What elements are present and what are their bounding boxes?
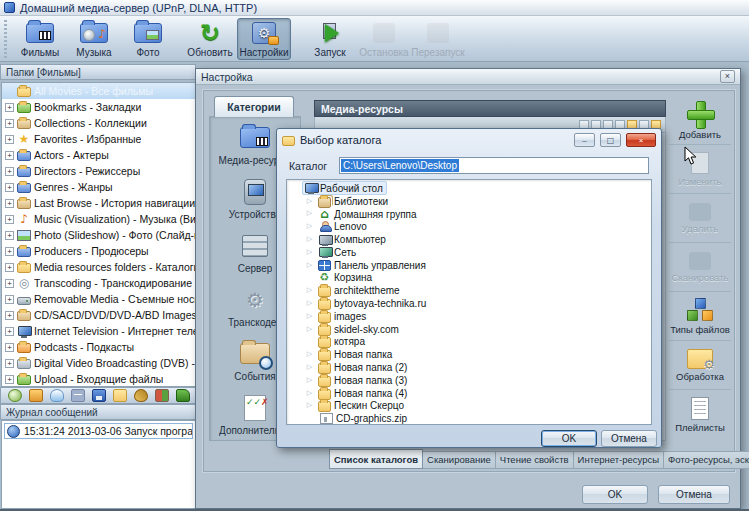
expand-icon[interactable] [5,343,14,352]
expand-icon[interactable] [5,103,14,112]
expand-icon[interactable] [305,261,314,270]
pal-format-icon[interactable] [71,389,85,402]
expand-icon[interactable] [305,299,314,308]
toolbar-button-settings[interactable]: ⚙ Настройки [237,18,291,60]
expand-icon[interactable] [305,209,314,218]
folders-tree-item[interactable]: Directors - Режиссеры [2,163,195,179]
expand-icon[interactable] [5,375,14,384]
folders-tree-item[interactable]: Podcasts - Подкасты [2,339,195,355]
processing-button[interactable]: ⚙ Обработка [669,341,731,390]
expand-icon[interactable] [5,119,14,128]
refresh-tree-icon[interactable] [176,389,190,402]
toolbar-button-films[interactable]: Фильмы [13,18,67,60]
folders-tree-item[interactable]: Last Browse - История навигации [2,195,195,211]
expand-icon[interactable] [305,312,314,321]
folders-tree-item[interactable]: Producers - Продюсеры [2,243,195,259]
expand-icon[interactable] [305,376,314,385]
expand-icon[interactable] [5,327,14,336]
folder-tree-item[interactable]: Компьютер [287,233,651,246]
expand-icon[interactable] [5,263,14,272]
folders-tree-item[interactable]: Upload - Входящие файлы [2,371,195,387]
close-icon[interactable]: × [720,70,735,83]
expand-icon[interactable] [305,363,314,372]
close-icon[interactable]: × [626,133,656,147]
settings-tab[interactable]: Список каталогов [329,449,423,469]
theme-colors-icon[interactable] [155,389,169,402]
item-icon [17,326,31,338]
folders-tree-item[interactable]: CD/SACD/DVD/DVD-A/BD Images (ISO) - Обра [2,307,195,323]
folder-tree-item[interactable]: CD-graphics.zip [287,412,651,425]
folder-tree-item[interactable]: Панель управления [287,259,651,272]
folders-tree-item[interactable]: Transcoding - Транскодирование [2,275,195,291]
folder-cancel-button[interactable]: Отмена [601,430,657,447]
expand-icon[interactable] [5,151,14,160]
folder-tree-item[interactable]: Пескин Скерцо [287,400,651,413]
folder-ok-button[interactable]: OK [541,430,597,447]
settings-titlebar: Настройка × [196,69,740,85]
folders-tree-item[interactable]: Favorites - Избранные [2,131,195,147]
approve-icon[interactable] [8,389,22,402]
expand-icon[interactable] [5,247,14,256]
expand-icon[interactable] [305,235,314,244]
import-folder-icon[interactable] [113,389,127,402]
folders-tree-item[interactable]: Genres - Жанры [2,179,195,195]
path-input[interactable]: C:\Users\Lenovo\Desktop [339,157,649,174]
expand-icon[interactable] [5,311,14,320]
settings-tab[interactable]: Чтение свойств [496,451,574,469]
folder-dialog-titlebar: Выбор каталога – □ × [277,129,661,151]
settings-tab[interactable]: Фото-ресурсы, эскизы [664,451,749,469]
folders-tree-item[interactable]: Music (Visualization) - Музыка (Визуализ… [2,211,195,227]
save-icon[interactable] [92,389,106,402]
folders-tree-item[interactable]: Digital Video Broadcasting (DVB) - Цифро… [2,355,195,371]
folders-tree-item[interactable]: Actors - Актеры [2,147,195,163]
settings-cancel-button[interactable]: Отмена [658,485,730,504]
settings-tab[interactable]: Сканирование [423,451,496,469]
key-icon[interactable] [134,389,148,402]
expand-icon[interactable] [5,183,14,192]
folders-tree-item[interactable]: Removable Media - Съемные носители [2,291,195,307]
expand-icon[interactable] [5,295,14,304]
folder-tree-item[interactable]: Библиотеки [287,195,651,208]
folders-tree-item[interactable]: All Movies - Все фильмы [2,83,195,99]
add-button[interactable]: Добавить [669,96,731,145]
tab-categories[interactable]: Категории [214,96,294,117]
expand-icon[interactable] [5,279,14,288]
folder-tree-item[interactable]: Lenovo [287,220,651,233]
expand-icon[interactable] [5,199,14,208]
maximize-icon[interactable]: □ [600,133,621,147]
expand-icon[interactable] [5,231,14,240]
expand-icon[interactable] [305,325,314,334]
folder-tree-item[interactable]: Сеть [287,246,651,259]
folder-up-icon[interactable] [29,389,43,402]
expand-icon[interactable] [5,215,14,224]
expand-icon[interactable] [305,197,314,206]
folders-tree-item[interactable]: Media resources folders - Каталоги медиа… [2,259,195,275]
minimize-icon[interactable]: – [574,133,595,147]
toolbar-button-refresh[interactable]: ↻ Обновить [183,18,237,60]
expand-icon[interactable] [305,222,314,231]
devices-icon [237,177,273,207]
folders-tree-item[interactable]: Photo (Slideshow) - Фото (Слайд-шоу) [2,227,195,243]
toolbar-button-start[interactable]: Запуск [303,18,357,60]
settings-tab[interactable]: Интернет-ресурсы [574,451,664,469]
expand-icon[interactable] [305,389,314,398]
playlists-button[interactable]: Плейлисты [669,390,731,439]
folders-tree-item[interactable]: Internet Television - Интернет телевиден… [2,323,195,339]
expand-icon[interactable] [305,401,314,410]
toolbar-grip[interactable] [4,20,7,58]
expand-icon[interactable] [5,359,14,368]
expand-icon[interactable] [305,350,314,359]
settings-ok-button[interactable]: OK [582,485,648,504]
toolbar-button-photo[interactable]: Фото [121,18,175,60]
expand-icon[interactable] [5,167,14,176]
expand-icon[interactable] [305,248,314,257]
toolbar-button-music[interactable]: ♪ Музыка [67,18,121,60]
expand-icon[interactable] [305,286,314,295]
folders-tree-item[interactable]: Collections - Коллекции [2,115,195,131]
file-types-button[interactable]: Типы файлов [669,292,731,341]
folder-tree-item[interactable]: Домашняя группа [287,208,651,221]
expand-icon[interactable] [5,135,14,144]
log-entry[interactable]: 15:31:24 2013-03-06 Запуск программы [4,423,193,439]
weather-icon[interactable] [50,389,64,402]
folders-tree-item[interactable]: Bookmarks - Закладки [2,99,195,115]
